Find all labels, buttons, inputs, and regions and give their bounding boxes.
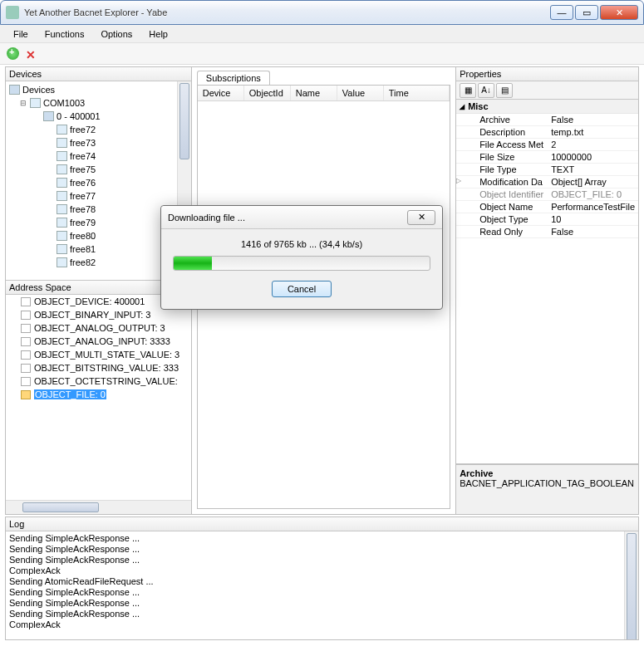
log-line: Sending SimpleAckResponse ... [9,544,635,555]
log-line: ComplexAck [9,619,635,630]
property-category[interactable]: ◢Misc [456,100,638,114]
tree-device[interactable]: 0 - 400001 [7,110,189,123]
property-desc-value: BACNET_APPLICATION_TAG_BOOLEAN [460,478,635,488]
window-titlebar: Yet Another Bacnet Explorer - Yabe — ▭ ✕ [0,0,644,25]
property-row[interactable]: Object NamePerformanceTestFile [456,201,638,213]
property-row[interactable]: Read OnlyFalse [456,226,638,238]
download-status: 1416 of 9765 kb ... (34,4 kb/s) [173,239,430,249]
add-icon[interactable] [7,47,19,60]
property-row[interactable]: ▷Modification DaObject[] Array [456,176,638,188]
property-row[interactable]: Object Type10 [456,213,638,226]
tree-root[interactable]: Devices [7,83,189,96]
menu-help[interactable]: Help [140,27,176,41]
log-line: Sending SimpleAckResponse ... [9,598,635,609]
address-space-item[interactable]: OBJECT_OCTETSTRING_VALUE: [6,375,191,388]
log-line: Sending SimpleAckResponse ... [9,587,635,598]
dialog-close-button[interactable]: ✕ [407,210,435,225]
properties-grid[interactable]: ◢Misc ArchiveFalseDescriptiontemp.txtFil… [456,100,638,464]
tree-free-node[interactable]: free74 [7,149,189,163]
tree-free-node[interactable]: free72 [7,123,189,136]
address-space-item[interactable]: OBJECT_ANALOG_OUTPUT: 3 [6,321,191,335]
menu-functions[interactable]: Functions [37,27,93,41]
log-line: Sending SimpleAckResponse ... [9,609,635,619]
right-column: Properties ▦ A↓ ▤ ◢Misc ArchiveFalseDesc… [456,67,638,514]
col-device[interactable]: Device [198,86,244,100]
devices-header: Devices [6,67,191,81]
tree-free-node[interactable]: free76 [7,176,189,189]
window-title: Yet Another Bacnet Explorer - Yabe [24,7,548,17]
property-row[interactable]: Descriptiontemp.txt [456,126,638,139]
address-space-hscroll[interactable] [6,500,191,514]
cancel-button[interactable]: Cancel [272,281,332,297]
menu-file[interactable]: File [5,27,37,41]
property-description: Archive BACNET_APPLICATION_TAG_BOOLEAN [456,464,638,514]
maximize-button[interactable]: ▭ [575,5,598,20]
log-scrollbar[interactable] [624,531,638,639]
property-row[interactable]: File TypeTEXT [456,164,638,176]
tree-free-node[interactable]: free73 [7,136,189,149]
dialog-title: Downloading file ... [168,213,407,223]
log-header: Log [6,517,638,531]
col-objectid[interactable]: ObjectId [244,86,291,100]
categorize-icon[interactable]: ▦ [460,83,476,98]
log-line: Sending SimpleAckResponse ... [9,533,635,544]
col-value[interactable]: Value [337,86,384,100]
tree-port[interactable]: ⊟COM1003 [7,96,189,110]
toolbar: ✕ [0,43,644,65]
menubar: File Functions Options Help [0,25,644,43]
property-row[interactable]: File Size10000000 [456,151,638,164]
address-space-item[interactable]: OBJECT_BINARY_INPUT: 3 [6,308,191,321]
progress-bar [173,256,430,271]
properties-toolbar: ▦ A↓ ▤ [456,81,638,100]
download-dialog: Downloading file ... ✕ 1416 of 9765 kb .… [160,205,443,310]
log-line: Sending SimpleAckResponse ... [9,555,635,565]
minimize-button[interactable]: — [550,5,573,20]
tab-subscriptions[interactable]: Subscriptions [197,71,270,85]
log-panel: Log Sending SimpleAckResponse ...Sending… [5,516,639,640]
address-space-item[interactable]: OBJECT_ANALOG_INPUT: 3333 [6,335,191,348]
address-space-item[interactable]: OBJECT_MULTI_STATE_VALUE: 3 [6,348,191,361]
delete-icon[interactable]: ✕ [26,48,37,60]
property-pages-icon[interactable]: ▤ [496,83,513,98]
property-row[interactable]: Object IdentifierOBJECT_FILE: 0 [456,188,638,201]
property-row[interactable]: File Access Met2 [456,139,638,151]
log-line: Sending AtomicReadFileRequest ... [9,576,635,587]
menu-options[interactable]: Options [92,27,140,41]
close-button[interactable]: ✕ [600,5,638,20]
address-space-item[interactable]: OBJECT_BITSTRING_VALUE: 333 [6,361,191,375]
subscriptions-columns: Device ObjectId Name Value Time [198,86,450,101]
log-body[interactable]: Sending SimpleAckResponse ...Sending Sim… [6,531,638,639]
col-name[interactable]: Name [291,86,337,100]
col-time[interactable]: Time [384,86,450,100]
property-row[interactable]: ArchiveFalse [456,114,638,126]
address-space-tree[interactable]: OBJECT_DEVICE: 400001OBJECT_BINARY_INPUT… [6,295,191,500]
properties-header: Properties [456,67,638,81]
property-desc-title: Archive [460,468,635,478]
tree-free-node[interactable]: free75 [7,163,189,176]
tree-free-node[interactable]: free77 [7,189,189,203]
log-line: ComplexAck [9,565,635,576]
dialog-titlebar[interactable]: Downloading file ... ✕ [161,206,442,229]
sort-az-icon[interactable]: A↓ [478,83,494,98]
address-space-item-selected[interactable]: OBJECT_FILE: 0 [6,388,191,401]
app-icon [6,6,19,19]
